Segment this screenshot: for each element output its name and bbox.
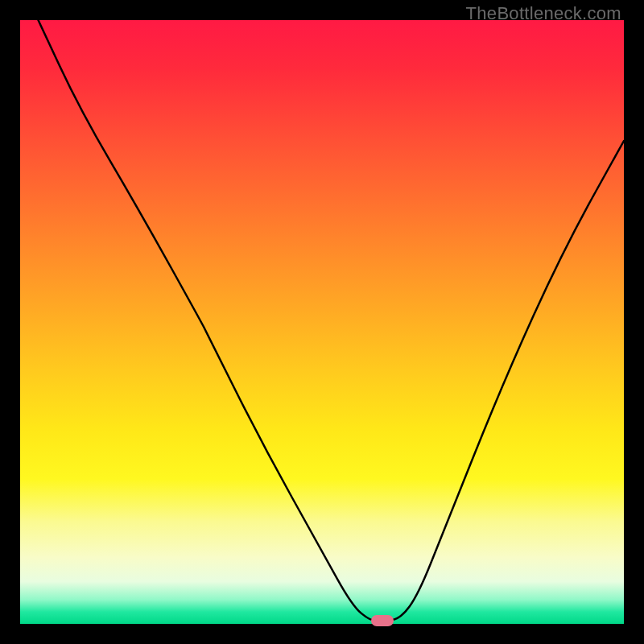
plot-area [20,20,624,624]
heat-gradient-background [20,20,624,624]
optimal-point-marker [371,615,394,626]
chart-container: TheBottleneck.com [0,0,644,644]
